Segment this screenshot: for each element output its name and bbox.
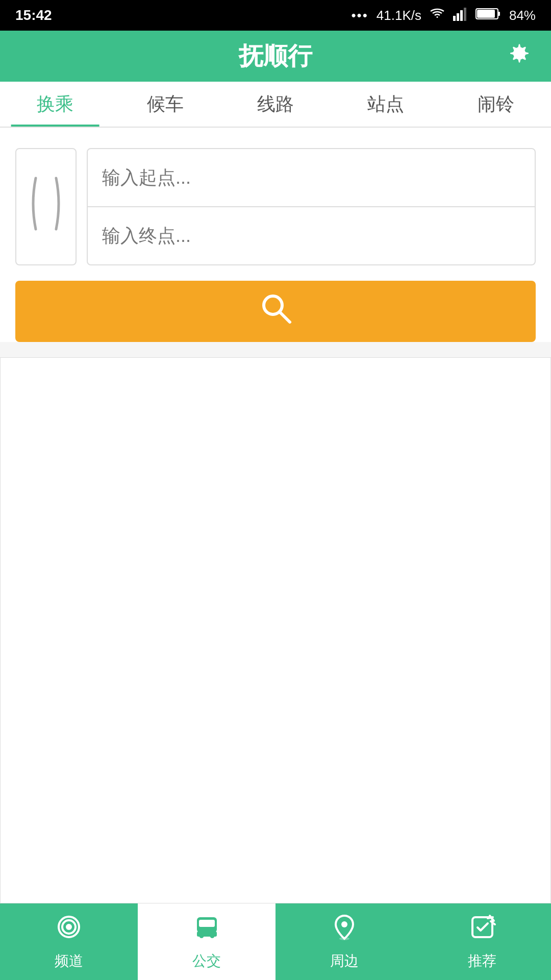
nav-recommend[interactable]: 推荐	[413, 903, 551, 980]
status-bar: 15:42 ••• 41.1K/s	[0, 0, 551, 31]
svg-rect-11	[199, 920, 215, 927]
input-fields	[87, 148, 536, 265]
end-input[interactable]	[87, 207, 536, 265]
signal-icon	[453, 7, 467, 24]
svg-line-8	[280, 312, 290, 322]
search-section	[15, 148, 536, 265]
start-input[interactable]	[87, 148, 536, 207]
tab-naoling[interactable]: 闹铃	[441, 82, 551, 127]
status-time: 15:42	[15, 7, 52, 23]
nav-nearby[interactable]: 周边	[276, 903, 413, 980]
battery-icon	[475, 7, 501, 24]
svg-rect-1	[457, 13, 459, 21]
swap-button[interactable]	[15, 148, 77, 265]
battery-percent: 84%	[509, 8, 536, 23]
tab-houche[interactable]: 候车	[110, 82, 220, 127]
bottom-nav: 频道 公交 周边	[0, 903, 551, 980]
map-area	[0, 357, 551, 903]
svg-point-16	[210, 934, 214, 938]
tab-huancheng[interactable]: 换乘	[0, 82, 110, 127]
svg-rect-3	[464, 8, 466, 21]
svg-point-15	[199, 934, 204, 938]
channel-icon	[55, 913, 83, 947]
search-icon	[259, 291, 292, 332]
nav-bus-label: 公交	[192, 951, 221, 971]
nav-bus[interactable]: 公交	[138, 903, 276, 980]
svg-rect-0	[453, 16, 456, 21]
svg-point-9	[66, 924, 72, 930]
search-button[interactable]	[15, 281, 536, 342]
svg-rect-5	[498, 12, 500, 16]
swap-icon	[28, 173, 64, 241]
bus-icon	[193, 913, 221, 947]
settings-button[interactable]	[506, 40, 533, 72]
app-header: 抚顺行	[0, 31, 551, 82]
status-dots: •••	[351, 8, 368, 23]
network-speed: 41.1K/s	[377, 8, 421, 23]
nav-recommend-label: 推荐	[468, 951, 496, 971]
svg-point-18	[339, 937, 349, 940]
svg-rect-6	[477, 10, 495, 18]
main-content	[0, 128, 551, 342]
nav-channel-label: 频道	[55, 951, 83, 971]
recommend-icon	[468, 913, 496, 947]
nav-nearby-label: 周边	[330, 951, 359, 971]
app-title: 抚顺行	[239, 40, 312, 72]
status-right: ••• 41.1K/s 84%	[351, 7, 536, 24]
wifi-icon	[430, 7, 445, 24]
svg-rect-2	[460, 10, 463, 21]
nearby-icon	[331, 913, 359, 947]
tab-bar: 换乘 候车 线路 站点 闹铃	[0, 82, 551, 128]
svg-point-17	[341, 921, 347, 927]
tab-xianlu[interactable]: 线路	[220, 82, 331, 127]
nav-channel[interactable]: 频道	[0, 903, 138, 980]
svg-rect-19	[472, 917, 492, 937]
tab-zhandian[interactable]: 站点	[331, 82, 441, 127]
